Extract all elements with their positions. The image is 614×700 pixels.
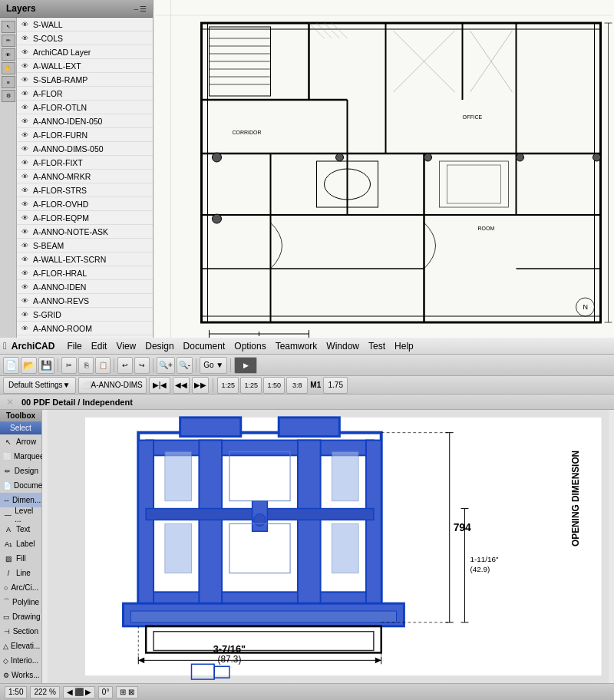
layer-item[interactable]: 👁 A-ANNO-MRKR <box>17 170 153 183</box>
drawing-area[interactable]: 794 1-11/16" (42.9) OPENING DIMENSION <box>42 410 614 683</box>
layer-eye-icon[interactable]: 👁 <box>18 130 31 140</box>
hand-tool-icon[interactable]: ✋ <box>2 62 15 74</box>
toolbox-select[interactable]: Select <box>0 422 41 434</box>
layer-item[interactable]: 👁 A-WALL-EXT-SCRN <box>17 253 153 266</box>
value-field[interactable]: 1.75 <box>323 377 348 394</box>
layer-eye-icon[interactable]: 👁 <box>18 254 31 265</box>
layer-item[interactable]: 👁 A-FLOR-OTLN <box>17 101 153 114</box>
layer-item[interactable]: 👁 A-FLOR-EQPM <box>17 211 153 225</box>
toolbox-item-label[interactable]: A₁ Label <box>0 537 41 551</box>
menu-options[interactable]: Options <box>229 341 270 352</box>
layer-eye-icon[interactable]: 👁 <box>18 61 31 71</box>
toolbar-undo-btn[interactable]: ↩ <box>117 357 133 374</box>
menu-design[interactable]: Design <box>140 341 178 352</box>
layer-item[interactable]: 👁 A-ANNO-ROOM <box>17 322 153 335</box>
toolbox-item-text[interactable]: A Text <box>0 522 41 537</box>
layer-eye-icon[interactable]: 👁 <box>18 268 31 279</box>
toolbar-open-btn[interactable]: 📂 <box>21 357 37 374</box>
toolbox-item-level[interactable]: — Level ... <box>0 507 41 522</box>
layers-minimize-icon[interactable]: – <box>134 5 138 13</box>
layer-eye-icon[interactable]: 👁 <box>18 102 31 113</box>
layer-eye-icon[interactable]: 👁 <box>18 323 31 334</box>
layer-item[interactable]: 👁 A-WALL-EXT <box>17 59 153 73</box>
toolbox-item-elevati[interactable]: △ Elevati... <box>0 639 41 653</box>
layers-tool-icon[interactable]: ≡ <box>2 76 15 88</box>
layer-eye-icon[interactable]: 👁 <box>18 171 31 182</box>
nav-control[interactable]: ◀ ⬛ ▶ <box>63 686 95 698</box>
nav-next-status-btn[interactable]: ▶ <box>85 688 91 696</box>
menu-edit[interactable]: Edit <box>87 341 112 352</box>
layer-eye-icon[interactable]: 👁 <box>18 88 31 99</box>
nav-prev-btn[interactable]: ◀◀ <box>173 377 190 394</box>
layer-item[interactable]: 👁 A-FLOR-FIXT <box>17 156 153 170</box>
layer-item[interactable]: 👁 S-SLAB-RAMP <box>17 73 153 87</box>
toolbox-item-line[interactable]: / Line <box>0 566 41 580</box>
toolbar-paste-btn[interactable]: 📋 <box>95 357 111 374</box>
scale-field-4[interactable]: 3:8 <box>286 377 308 394</box>
menu-file[interactable]: File <box>62 341 86 352</box>
layer-eye-icon[interactable]: 👁 <box>18 240 31 251</box>
toolbar-extra-btn[interactable]: ▶ <box>234 357 257 374</box>
scale-field-1[interactable]: 1:25 <box>217 377 239 394</box>
toolbox-item-dimen[interactable]: ↔ Dimen... <box>0 493 41 507</box>
layer-eye-icon[interactable]: 👁 <box>18 19 31 30</box>
layer-eye-icon[interactable]: 👁 <box>18 116 31 127</box>
layer-eye-icon[interactable]: 👁 <box>18 213 31 223</box>
toolbar-new-btn[interactable]: 📄 <box>3 357 19 374</box>
toolbox-item-design[interactable]: ✏ Design <box>0 464 41 478</box>
snap-icon[interactable]: ⊠ <box>128 688 134 696</box>
nav-next-btn[interactable]: ▶▶ <box>192 377 209 394</box>
toolbox-item-arcci[interactable]: ○ Arc/Ci... <box>0 580 41 595</box>
layer-eye-icon[interactable]: 👁 <box>18 47 31 58</box>
toolbar-go-btn[interactable]: Go ▼ <box>200 357 227 374</box>
arrow-tool-icon[interactable]: ↖ <box>2 21 15 33</box>
layer-eye-icon[interactable]: 👁 <box>18 74 31 85</box>
toolbox-item-polyline[interactable]: ⌒ Polyline <box>0 595 41 609</box>
layer-item[interactable]: 👁 A-FLOR-STRS <box>17 183 153 197</box>
toolbox-item-fill[interactable]: ▨ Fill <box>0 551 41 566</box>
layers-list[interactable]: 👁 S-WALL 👁 S-COLS 👁 ArchiCAD Layer 👁 A-W… <box>17 18 153 338</box>
grid-icon[interactable]: ⊞ <box>120 688 126 696</box>
layer-item[interactable]: 👁 A-ANNO-IDEN <box>17 280 153 294</box>
layers-options-icon[interactable]: ☰ <box>140 5 147 13</box>
layer-eye-icon[interactable]: 👁 <box>18 157 31 168</box>
layer-eye-icon[interactable]: 👁 <box>18 282 31 292</box>
layer-indicator-btn[interactable]: ⬜ A-ANNO-DIMS <box>78 377 147 394</box>
toolbar-redo-btn[interactable]: ↪ <box>134 357 150 374</box>
layer-eye-icon[interactable]: 👁 <box>18 185 31 196</box>
toolbox-item-works[interactable]: ⚙ Works... <box>0 668 41 682</box>
toolbox-item-arrow[interactable]: ↖ Arrow <box>0 434 41 449</box>
toolbox-item-interio[interactable]: ◇ Interio... <box>0 653 41 668</box>
layer-item[interactable]: 👁 A-FLOR-HRAL <box>17 266 153 280</box>
toolbox-item-drawing[interactable]: ▭ Drawing <box>0 609 41 624</box>
layer-item[interactable]: 👁 S-COLS <box>17 31 153 45</box>
menu-document[interactable]: Document <box>179 341 230 352</box>
window-close-icon[interactable]: ✕ <box>6 397 14 408</box>
layer-item[interactable]: 👁 A-ANNO-REVS <box>17 294 153 308</box>
toolbox-item-marquee[interactable]: ⬜ Marquee <box>0 449 41 464</box>
menu-window[interactable]: Window <box>322 341 364 352</box>
toolbar-copy-btn[interactable]: ⎘ <box>78 357 94 374</box>
pen-tool-icon[interactable]: ✏ <box>2 35 15 47</box>
layer-eye-icon[interactable]: 👁 <box>18 226 31 237</box>
eye-tool-icon[interactable]: 👁 <box>2 48 15 61</box>
layer-item[interactable]: 👁 ArchiCAD Layer <box>17 45 153 59</box>
layer-eye-icon[interactable]: 👁 <box>18 199 31 210</box>
layer-item[interactable]: 👁 S-GRID <box>17 308 153 322</box>
layer-item[interactable]: 👁 A-ANNO-NOTE-ASK <box>17 225 153 239</box>
menu-teamwork[interactable]: Teamwork <box>271 341 322 352</box>
layer-eye-icon[interactable]: 👁 <box>18 33 31 44</box>
layer-item[interactable]: 👁 S-WALL <box>17 18 153 31</box>
nav-prev-status-btn[interactable]: ◀ <box>67 688 73 696</box>
toolbox-item-section[interactable]: ⊣ Section <box>0 624 41 639</box>
dimension-control-btn[interactable]: ▶|◀ <box>149 377 171 394</box>
menu-help[interactable]: Help <box>390 341 418 352</box>
menu-test[interactable]: Test <box>364 341 390 352</box>
toolbar-zoom-in-btn[interactable]: 🔍+ <box>157 357 175 374</box>
menu-view[interactable]: View <box>111 341 140 352</box>
layer-eye-icon[interactable]: 👁 <box>18 296 31 306</box>
layer-item[interactable]: 👁 A-FLOR <box>17 87 153 101</box>
settings-tool-icon[interactable]: ⚙ <box>2 90 15 102</box>
layer-item[interactable]: 👁 A-FLOR-OVHD <box>17 197 153 211</box>
default-settings-dropdown[interactable]: Default Settings ▼ <box>3 377 76 394</box>
